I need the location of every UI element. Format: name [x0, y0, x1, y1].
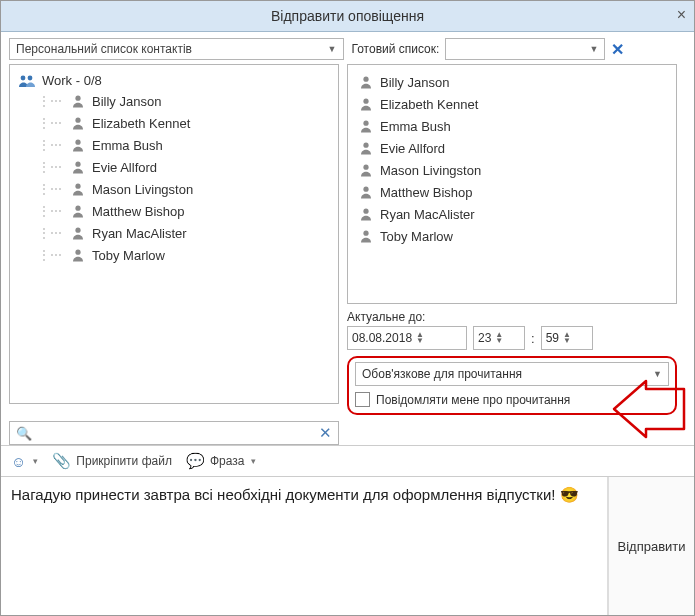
emoji-button[interactable]: ☺ ▾: [11, 453, 38, 470]
minute-value: 59: [546, 331, 559, 345]
recipient-name: Mason Livingston: [380, 163, 481, 178]
hour-input[interactable]: 23 ▲▼: [473, 326, 525, 350]
contact-name: Billy Janson: [92, 94, 161, 109]
read-required-value: Обов'язкове для прочитання: [362, 367, 522, 381]
contact-item[interactable]: ⋮⋯Elizabeth Kennet: [14, 112, 334, 134]
chevron-down-icon: ▼: [328, 44, 337, 54]
person-icon: [70, 137, 86, 153]
tree-connector: ⋮⋯: [38, 226, 62, 240]
person-icon: [358, 74, 374, 90]
message-text[interactable]: Нагадую принести завтра всі необхідні до…: [1, 477, 608, 615]
contact-item[interactable]: ⋮⋯Matthew Bishop: [14, 200, 334, 222]
spinner-arrows[interactable]: ▲▼: [416, 332, 424, 344]
date-inputs: 08.08.2018 ▲▼ 23 ▲▼ : 59 ▲▼: [347, 326, 677, 350]
recipient-item[interactable]: Matthew Bishop: [352, 181, 672, 203]
time-colon: :: [531, 331, 535, 346]
svg-point-7: [75, 206, 80, 211]
date-input[interactable]: 08.08.2018 ▲▼: [347, 326, 467, 350]
close-icon[interactable]: ×: [677, 6, 686, 24]
chevron-down-icon: ▼: [589, 44, 598, 54]
tree-connector: ⋮⋯: [38, 116, 62, 130]
actual-until-label: Актуальне до:: [347, 310, 677, 324]
person-icon: [358, 140, 374, 156]
group-row[interactable]: Work - 0/8: [14, 71, 334, 90]
svg-point-10: [363, 77, 368, 82]
svg-point-6: [75, 184, 80, 189]
contact-item[interactable]: ⋮⋯Emma Bush: [14, 134, 334, 156]
contact-name: Evie Allford: [92, 160, 157, 175]
recipient-name: Emma Bush: [380, 119, 451, 134]
chevron-down-icon: ▾: [251, 456, 256, 466]
contact-item[interactable]: ⋮⋯Billy Janson: [14, 90, 334, 112]
attach-button[interactable]: 📎 Прикріпити файл: [52, 452, 172, 470]
svg-point-17: [363, 231, 368, 236]
recipients-list[interactable]: Billy JansonElizabeth KennetEmma BushEvi…: [347, 64, 677, 304]
contact-item[interactable]: ⋮⋯Mason Livingston: [14, 178, 334, 200]
contact-name: Matthew Bishop: [92, 204, 185, 219]
recipient-name: Billy Janson: [380, 75, 449, 90]
recipient-item[interactable]: Evie Allford: [352, 137, 672, 159]
date-value: 08.08.2018: [352, 331, 412, 345]
smiley-icon: ☺: [11, 453, 26, 470]
read-required-combo[interactable]: Обов'язкове для прочитання ▼: [355, 362, 669, 386]
titlebar: Відправити оповіщення ×: [1, 1, 694, 32]
spinner-arrows[interactable]: ▲▼: [495, 332, 503, 344]
clear-ready-list-icon[interactable]: ✕: [611, 40, 624, 59]
clear-search-icon[interactable]: ✕: [319, 424, 332, 442]
person-icon: [70, 115, 86, 131]
person-icon: [70, 225, 86, 241]
search-input[interactable]: [36, 425, 319, 441]
recipient-item[interactable]: Billy Janson: [352, 71, 672, 93]
read-options-highlight: Обов'язкове для прочитання ▼ Повідомляти…: [347, 356, 677, 415]
notification-dialog: Відправити оповіщення × Персональний спи…: [0, 0, 695, 616]
person-icon: [358, 118, 374, 134]
minute-input[interactable]: 59 ▲▼: [541, 326, 593, 350]
phrase-button[interactable]: 💬 Фраза ▾: [186, 452, 257, 470]
contact-item[interactable]: ⋮⋯Evie Allford: [14, 156, 334, 178]
ready-list-combo[interactable]: ▼: [445, 38, 605, 60]
search-icon: 🔍: [16, 426, 32, 441]
person-icon: [358, 228, 374, 244]
notify-label: Повідомляти мене про прочитання: [376, 393, 570, 407]
recipient-item[interactable]: Elizabeth Kennet: [352, 93, 672, 115]
svg-point-3: [75, 118, 80, 123]
svg-point-13: [363, 143, 368, 148]
send-label: Відправити: [617, 539, 685, 554]
contact-list-combo[interactable]: Персональний список контактів ▼: [9, 38, 344, 60]
contact-name: Elizabeth Kennet: [92, 116, 190, 131]
send-button[interactable]: Відправити: [608, 477, 694, 615]
tree-connector: ⋮⋯: [38, 160, 62, 174]
ready-list-label: Готовий список:: [352, 42, 440, 56]
recipient-item[interactable]: Mason Livingston: [352, 159, 672, 181]
svg-point-8: [75, 228, 80, 233]
speech-icon: 💬: [186, 452, 205, 470]
tree-connector: ⋮⋯: [38, 204, 62, 218]
lists-row: Work - 0/8 ⋮⋯Billy Janson⋮⋯Elizabeth Ken…: [1, 64, 694, 415]
recipient-item[interactable]: Emma Bush: [352, 115, 672, 137]
attach-label: Прикріпити файл: [76, 454, 172, 468]
contact-name: Mason Livingston: [92, 182, 193, 197]
contact-item[interactable]: ⋮⋯Ryan MacAlister: [14, 222, 334, 244]
notify-checkbox[interactable]: [355, 392, 370, 407]
contacts-tree[interactable]: Work - 0/8 ⋮⋯Billy Janson⋮⋯Elizabeth Ken…: [9, 64, 339, 404]
recipient-name: Ryan MacAlister: [380, 207, 475, 222]
recipient-name: Matthew Bishop: [380, 185, 473, 200]
recipient-name: Toby Marlow: [380, 229, 453, 244]
person-icon: [358, 162, 374, 178]
hour-value: 23: [478, 331, 491, 345]
person-icon: [70, 203, 86, 219]
contact-name: Toby Marlow: [92, 248, 165, 263]
chevron-down-icon: ▼: [653, 369, 662, 379]
window-title: Відправити оповіщення: [271, 8, 424, 24]
recipient-item[interactable]: Toby Marlow: [352, 225, 672, 247]
editor-toolbar: ☺ ▾ 📎 Прикріпити файл 💬 Фраза ▾: [1, 445, 694, 477]
person-icon: [70, 247, 86, 263]
group-label: Work - 0/8: [42, 73, 102, 88]
person-icon: [70, 93, 86, 109]
recipient-item[interactable]: Ryan MacAlister: [352, 203, 672, 225]
recipient-name: Evie Allford: [380, 141, 445, 156]
search-bar[interactable]: 🔍 ✕: [9, 421, 339, 445]
contact-item[interactable]: ⋮⋯Toby Marlow: [14, 244, 334, 266]
recipient-name: Elizabeth Kennet: [380, 97, 478, 112]
spinner-arrows[interactable]: ▲▼: [563, 332, 571, 344]
